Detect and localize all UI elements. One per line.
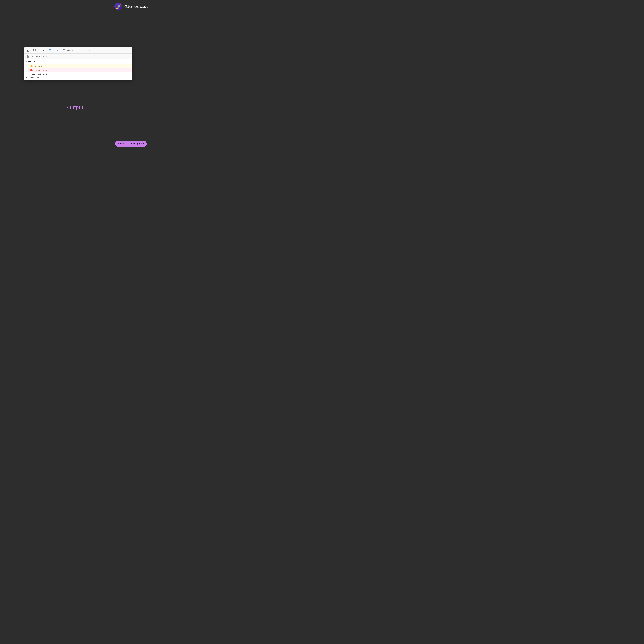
svg-rect-7: [27, 56, 29, 57]
brand-handle: @freshers.space: [124, 5, 148, 8]
devtools-tabs-bar: Inspector Console Debugger: [24, 47, 132, 54]
inspector-icon: [33, 49, 36, 51]
svg-text:{ }: { }: [78, 49, 81, 51]
filter-input[interactable]: [36, 55, 130, 58]
warning-row: ! warning!: [28, 64, 132, 68]
group-arrow-icon: ▼: [26, 61, 27, 63]
console-count-badge[interactable]: console.count() >>: [115, 141, 147, 147]
error-text: error here: [36, 69, 47, 71]
svg-rect-0: [27, 49, 29, 52]
new-section-row: new section: [24, 76, 132, 80]
style-editor-tab-label: Style Editor: [82, 49, 92, 51]
expand-arrow-icon: ▶: [34, 69, 35, 71]
console-tab-label: Console: [52, 49, 59, 51]
filter-icon: [32, 55, 34, 58]
error-row[interactable]: ● ▶ error here: [28, 68, 132, 72]
svg-rect-5: [63, 50, 65, 51]
console-toolbar: [24, 54, 132, 59]
trash-icon: [26, 55, 29, 58]
badge-arrows-icon: >>: [141, 142, 144, 145]
group-header-simple[interactable]: ▼ simple: [24, 60, 132, 64]
debugger-tab-label: Debugger: [66, 49, 74, 51]
tab-style-editor[interactable]: { } Style Editor: [76, 47, 94, 53]
warning-text: warning!: [34, 65, 43, 67]
avatar: 🚀: [114, 3, 122, 11]
warning-icon-wrapper: !: [30, 65, 33, 67]
tab-debugger[interactable]: Debugger: [61, 47, 76, 53]
clear-console-button[interactable]: [26, 54, 30, 58]
normal-text: vivi vini vici: [30, 73, 47, 75]
tab-inspector[interactable]: Inspector: [31, 47, 47, 53]
tab-console[interactable]: Console: [47, 47, 61, 53]
group-children: ! warning! ● ▶ error here vivi vini vici: [28, 64, 132, 76]
warning-icon: !: [30, 65, 33, 67]
filter-button[interactable]: [31, 54, 35, 58]
normal-row: vivi vini vici: [28, 72, 132, 76]
badge-text: console.count(): [118, 142, 140, 145]
picker-icon: [27, 49, 29, 52]
debugger-icon: [63, 49, 65, 51]
svg-rect-1: [33, 49, 35, 51]
error-icon: ●: [30, 69, 33, 71]
new-section-text: new section: [26, 77, 39, 79]
avatar-emoji: 🚀: [116, 4, 121, 9]
output-label: Output:: [67, 105, 85, 111]
picker-button[interactable]: [25, 48, 31, 53]
console-icon: [49, 49, 51, 51]
svg-rect-3: [49, 49, 51, 51]
svg-rect-2: [33, 49, 34, 50]
inspector-tab-label: Inspector: [36, 49, 44, 51]
devtools-panel: Inspector Console Debugger: [24, 47, 132, 80]
group-header-label: simple: [28, 61, 35, 63]
style-editor-icon: { }: [78, 49, 81, 51]
branding-section: 🚀 @freshers.space: [114, 3, 148, 11]
svg-text:!: !: [31, 66, 32, 67]
console-output: ▼ simple ! warning! ● ▶ error here: [24, 59, 132, 80]
